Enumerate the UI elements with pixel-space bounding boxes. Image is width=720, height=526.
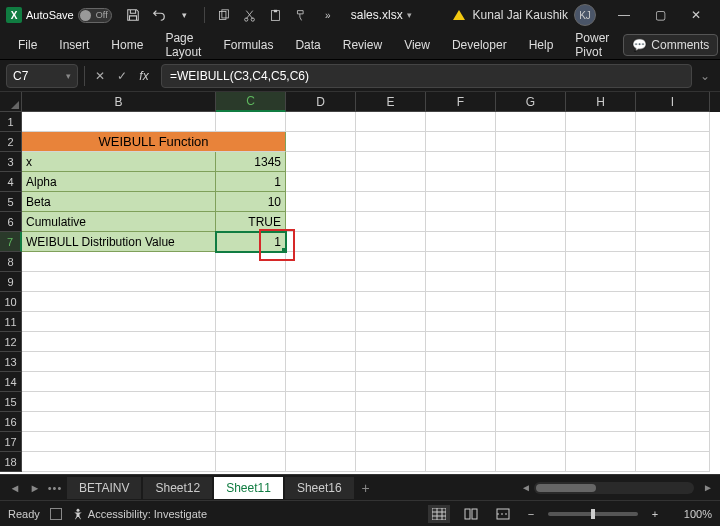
cancel-formula-icon[interactable]: ✕ — [91, 66, 109, 86]
cell-C4[interactable]: 1 — [216, 172, 286, 192]
cell-H1[interactable] — [566, 112, 636, 132]
cell-H13[interactable] — [566, 352, 636, 372]
cell-H7[interactable] — [566, 232, 636, 252]
cell-G8[interactable] — [496, 252, 566, 272]
cell-D7[interactable] — [286, 232, 356, 252]
cell-H3[interactable] — [566, 152, 636, 172]
cell-G12[interactable] — [496, 332, 566, 352]
cell-C1[interactable] — [216, 112, 286, 132]
tab-view[interactable]: View — [394, 34, 440, 56]
cell-H11[interactable] — [566, 312, 636, 332]
cell-B13[interactable] — [22, 352, 216, 372]
sheet-tab-sheet16[interactable]: Sheet16 — [285, 477, 354, 499]
row-header-11[interactable]: 11 — [0, 312, 22, 332]
cell-G18[interactable] — [496, 452, 566, 472]
cell-G9[interactable] — [496, 272, 566, 292]
row-header-14[interactable]: 14 — [0, 372, 22, 392]
format-painter-icon[interactable] — [293, 6, 311, 24]
cell-H14[interactable] — [566, 372, 636, 392]
cell-H4[interactable] — [566, 172, 636, 192]
cell-I10[interactable] — [636, 292, 710, 312]
cell-G10[interactable] — [496, 292, 566, 312]
user-account[interactable]: Kunal Jai Kaushik KJ — [473, 4, 596, 26]
cell-D17[interactable] — [286, 432, 356, 452]
tab-review[interactable]: Review — [333, 34, 392, 56]
tab-formulas[interactable]: Formulas — [213, 34, 283, 56]
cell-H6[interactable] — [566, 212, 636, 232]
sheet-tab-sheet11[interactable]: Sheet11 — [214, 477, 283, 499]
tab-insert[interactable]: Insert — [49, 34, 99, 56]
row-header-17[interactable]: 17 — [0, 432, 22, 452]
cell-E11[interactable] — [356, 312, 426, 332]
cell-B1[interactable] — [22, 112, 216, 132]
cell-B12[interactable] — [22, 332, 216, 352]
column-header-G[interactable]: G — [496, 92, 566, 112]
cell-B7[interactable]: WEIBULL Distribution Value — [22, 232, 216, 252]
tab-page-layout[interactable]: Page Layout — [155, 27, 211, 63]
zoom-slider[interactable] — [548, 512, 638, 516]
cell-F12[interactable] — [426, 332, 496, 352]
cell-C11[interactable] — [216, 312, 286, 332]
cell-E12[interactable] — [356, 332, 426, 352]
row-header-18[interactable]: 18 — [0, 452, 22, 472]
warning-icon[interactable] — [453, 10, 465, 20]
save-icon[interactable] — [124, 6, 142, 24]
cell-E2[interactable] — [356, 132, 426, 152]
column-header-I[interactable]: I — [636, 92, 710, 112]
cell-H8[interactable] — [566, 252, 636, 272]
tab-home[interactable]: Home — [101, 34, 153, 56]
row-header-5[interactable]: 5 — [0, 192, 22, 212]
cell-E8[interactable] — [356, 252, 426, 272]
cell-D10[interactable] — [286, 292, 356, 312]
cell-I2[interactable] — [636, 132, 710, 152]
cell-G7[interactable] — [496, 232, 566, 252]
cell-D5[interactable] — [286, 192, 356, 212]
cell-C18[interactable] — [216, 452, 286, 472]
cell-H18[interactable] — [566, 452, 636, 472]
cell-D1[interactable] — [286, 112, 356, 132]
column-header-H[interactable]: H — [566, 92, 636, 112]
cell-I4[interactable] — [636, 172, 710, 192]
cell-E10[interactable] — [356, 292, 426, 312]
cells-area[interactable]: WEIBULL Functionx1345Alpha1Beta10Cumulat… — [22, 112, 720, 474]
copy-icon[interactable] — [215, 6, 233, 24]
sheet-tab-sheet12[interactable]: Sheet12 — [143, 477, 212, 499]
cell-B11[interactable] — [22, 312, 216, 332]
cell-F8[interactable] — [426, 252, 496, 272]
cell-I17[interactable] — [636, 432, 710, 452]
new-sheet-button[interactable]: + — [357, 479, 375, 497]
cell-B16[interactable] — [22, 412, 216, 432]
cell-C15[interactable] — [216, 392, 286, 412]
expand-formula-bar-icon[interactable]: ⌄ — [696, 69, 714, 83]
cell-I18[interactable] — [636, 452, 710, 472]
cell-B10[interactable] — [22, 292, 216, 312]
cell-C5[interactable]: 10 — [216, 192, 286, 212]
tab-help[interactable]: Help — [519, 34, 564, 56]
cell-E18[interactable] — [356, 452, 426, 472]
column-header-F[interactable]: F — [426, 92, 496, 112]
cell-D11[interactable] — [286, 312, 356, 332]
sheet-list-button[interactable]: ••• — [46, 479, 64, 497]
cell-E4[interactable] — [356, 172, 426, 192]
fx-icon[interactable]: fx — [135, 66, 153, 86]
cell-H16[interactable] — [566, 412, 636, 432]
cut-icon[interactable] — [241, 6, 259, 24]
cell-D6[interactable] — [286, 212, 356, 232]
sheet-prev-button[interactable]: ◄ — [6, 479, 24, 497]
cell-D16[interactable] — [286, 412, 356, 432]
cell-I15[interactable] — [636, 392, 710, 412]
cell-B9[interactable] — [22, 272, 216, 292]
row-header-15[interactable]: 15 — [0, 392, 22, 412]
cell-E1[interactable] — [356, 112, 426, 132]
row-header-8[interactable]: 8 — [0, 252, 22, 272]
cell-B6[interactable]: Cumulative — [22, 212, 216, 232]
horizontal-scrollbar[interactable] — [534, 482, 694, 494]
cell-E16[interactable] — [356, 412, 426, 432]
cell-H2[interactable] — [566, 132, 636, 152]
cell-F13[interactable] — [426, 352, 496, 372]
cell-E14[interactable] — [356, 372, 426, 392]
cell-B4[interactable]: Alpha — [22, 172, 216, 192]
cell-F2[interactable] — [426, 132, 496, 152]
cell-C6[interactable]: TRUE — [216, 212, 286, 232]
tab-power-pivot[interactable]: Power Pivot — [565, 27, 619, 63]
